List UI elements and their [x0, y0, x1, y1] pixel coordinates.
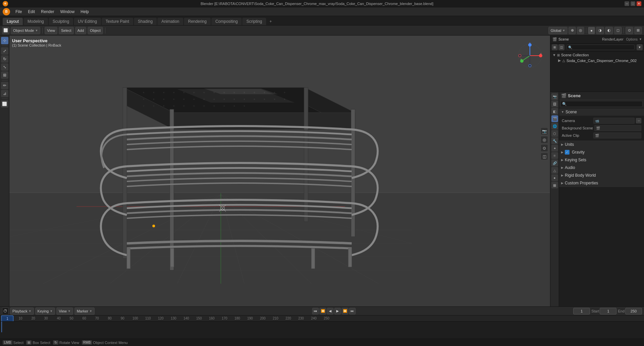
tab-compositing[interactable]: Compositing	[211, 18, 242, 25]
frame-70: 70	[91, 316, 103, 320]
outliner-search-box[interactable]: 🔍	[566, 45, 635, 50]
timeline-content[interactable]: 0 10 20 30 40 50 60 70 80 90 100 110 120…	[0, 315, 644, 339]
scene-section-header[interactable]: ▼ Scene	[559, 108, 644, 116]
viewport-render-toggle[interactable]: ◎	[541, 136, 548, 143]
active-clip-value[interactable]: 🎬	[593, 132, 641, 138]
menu-help[interactable]: Help	[78, 8, 92, 15]
prop-world-tab[interactable]: 🌐	[551, 123, 558, 129]
end-label: End	[618, 309, 625, 313]
tab-uv-editing[interactable]: UV Editing	[74, 18, 101, 25]
viewport-xray-toggle[interactable]: ◫	[541, 153, 548, 160]
prop-constraints-tab[interactable]: 🔗	[551, 160, 558, 166]
scale-tool[interactable]: ⤡	[1, 63, 8, 71]
tab-layout[interactable]: Layout	[3, 18, 23, 25]
units-section-header[interactable]: ▶ Units	[559, 141, 644, 148]
svg-point-71	[244, 105, 245, 107]
current-frame-display[interactable]: 1	[573, 308, 590, 314]
annotate-tool[interactable]: ✏	[1, 82, 8, 89]
start-frame-value[interactable]: 1	[600, 308, 616, 314]
gravity-checkbox[interactable]: ✓	[565, 150, 569, 155]
prop-object-tab[interactable]: ⬡	[551, 130, 558, 137]
viewport-shading-material[interactable]: ◐	[605, 27, 613, 34]
maximize-button[interactable]: □	[631, 1, 635, 6]
overlay-toggle[interactable]: ⊙	[626, 27, 633, 34]
tab-scripting[interactable]: Scripting	[242, 18, 266, 25]
audio-section-header[interactable]: ▶ Audio	[559, 164, 644, 171]
keying-sets-header[interactable]: ▶ Keying Sets	[559, 156, 644, 164]
jump-end-btn[interactable]: ⏭	[349, 308, 356, 314]
view-menu[interactable]: View	[45, 27, 57, 34]
camera-edit-btn[interactable]: →	[636, 118, 641, 123]
rotate-tool[interactable]: ↻	[1, 55, 8, 63]
tab-shading[interactable]: Shading	[134, 18, 157, 25]
prop-physics-tab[interactable]: ⚛	[551, 152, 558, 159]
prop-objectdata-tab[interactable]: △	[551, 167, 558, 174]
prop-material-tab[interactable]: ●	[551, 174, 558, 181]
object-mode-dropdown[interactable]: Object Mode ▼	[11, 27, 40, 34]
prop-texture-tab[interactable]: ▦	[551, 182, 558, 188]
scene-icons-display[interactable]: ◫	[558, 44, 564, 50]
gizmo-toggle[interactable]: ⊞	[634, 27, 642, 34]
filter-icon[interactable]: ▼	[637, 44, 643, 50]
viewport-shading-solid[interactable]: ●	[588, 27, 595, 34]
viewport-gizmo[interactable]: X Z Y	[516, 42, 543, 70]
viewport-overlay-toggle[interactable]: ⊙	[541, 145, 548, 152]
menu-edit[interactable]: Edit	[25, 8, 38, 15]
rigid-body-header[interactable]: ▶ Rigid Body World	[559, 172, 644, 179]
step-forward-btn[interactable]: ⏩	[342, 308, 348, 314]
viewport-3d[interactable]: User Perspective (1) Scene Collection | …	[9, 36, 550, 306]
object-menu[interactable]: Object	[88, 27, 103, 34]
tab-rendering[interactable]: Rendering	[184, 18, 210, 25]
outliner-item-model[interactable]: ▶ △ Soda_Coke_Can_Dispenser_Chrome_002	[551, 58, 643, 63]
global-orientation[interactable]: Global ▼	[548, 27, 568, 34]
play-btn[interactable]: ▶	[334, 308, 341, 314]
viewport-shading-rendered[interactable]: ◑	[596, 27, 604, 34]
prop-output-tab[interactable]: 🖼	[551, 101, 558, 107]
outliner-icon-btn[interactable]: ⊞	[552, 44, 558, 50]
timeline-track[interactable]	[0, 322, 644, 332]
end-frame-value[interactable]: 250	[625, 308, 642, 314]
step-back-btn[interactable]: ⏪	[319, 308, 326, 314]
play-reverse-btn[interactable]: ◀	[327, 308, 334, 314]
proportional-edit[interactable]: ◎	[577, 27, 584, 34]
add-workspace-button[interactable]: +	[267, 18, 275, 25]
playback-menu[interactable]: Playback ▼	[10, 307, 34, 315]
svg-point-31	[143, 92, 144, 93]
select-menu[interactable]: Select	[59, 27, 74, 34]
gravity-section-header[interactable]: ▶ ✓ Gravity	[559, 149, 644, 156]
outliner-item-scene-collection[interactable]: ▼ ⊞ Scene Collection	[551, 52, 643, 58]
props-search-input[interactable]: 🔍	[560, 101, 643, 107]
jump-start-btn[interactable]: ⏮	[312, 308, 319, 314]
tab-modeling[interactable]: Modeling	[23, 18, 48, 25]
minimize-button[interactable]: ─	[625, 1, 629, 6]
menu-file[interactable]: File	[13, 8, 24, 15]
close-button[interactable]: ✕	[637, 1, 641, 6]
viewport-camera-toggle[interactable]: 📷	[541, 128, 548, 135]
custom-props-header[interactable]: ▶ Custom Properties	[559, 179, 644, 187]
menu-render[interactable]: Render	[38, 8, 57, 15]
marker-menu[interactable]: Marker ▼	[75, 307, 95, 315]
viewport-shading-wire[interactable]: ◻	[614, 27, 622, 34]
prop-viewlayer-tab[interactable]: ◧	[551, 108, 558, 115]
prop-particles-tab[interactable]: ✦	[551, 145, 558, 152]
tab-sculpting[interactable]: Sculpting	[49, 18, 73, 25]
prop-scene-tab[interactable]: 🎬	[551, 115, 558, 122]
menu-window[interactable]: Window	[57, 8, 77, 15]
start-frame-control: Start 1	[591, 308, 616, 314]
measure-tool[interactable]: ⊿	[1, 90, 8, 97]
timeline-view-menu[interactable]: View ▼	[56, 307, 73, 315]
prop-modifier-tab[interactable]: 🔧	[551, 137, 558, 144]
keying-menu[interactable]: Keying ▼	[35, 307, 55, 315]
snap-toggle[interactable]: ⊕	[568, 27, 576, 34]
move-tool[interactable]: ⤢	[1, 47, 8, 55]
tab-animation[interactable]: Animation	[157, 18, 183, 25]
prop-render-tab[interactable]: 📷	[551, 93, 558, 100]
active-clip-row: Active Clip 🎬	[562, 132, 641, 139]
add-primitive-tool[interactable]: ⬜	[1, 100, 8, 108]
tab-texture-paint[interactable]: Texture Paint	[102, 18, 133, 25]
background-scene-value[interactable]: 🎬	[594, 125, 641, 131]
transform-tool[interactable]: ⊞	[1, 71, 8, 79]
add-menu[interactable]: Add	[75, 27, 87, 34]
cursor-tool[interactable]: ⊹	[1, 37, 8, 44]
camera-value[interactable]: 📹	[593, 118, 635, 124]
